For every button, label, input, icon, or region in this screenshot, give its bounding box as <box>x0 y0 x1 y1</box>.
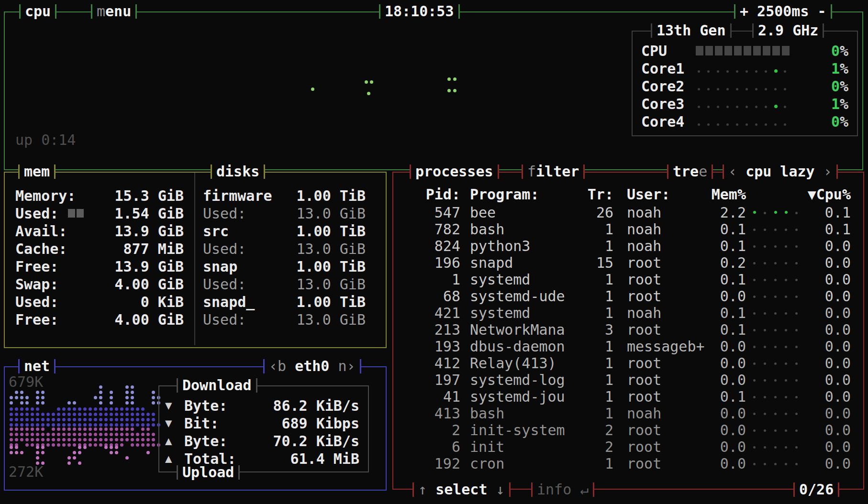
header-mem[interactable]: Mem% <box>707 186 746 203</box>
process-name: systemd-jou <box>470 388 582 405</box>
net-graph-dot <box>131 443 134 447</box>
process-row[interactable]: 547bee26noah2.20.1 <box>393 204 863 221</box>
process-mem-percent: 0.2 <box>707 254 746 271</box>
net-graph-dot <box>125 423 129 427</box>
process-row[interactable]: 193dbus-daemon1messageb+0.00.0 <box>393 338 863 355</box>
process-row[interactable]: 197systemd-log1root0.00.0 <box>393 372 863 388</box>
process-row[interactable]: 782bash1noah0.10.1 <box>393 221 863 238</box>
tree-button[interactable]: tree <box>667 164 713 180</box>
menu-button[interactable]: menu <box>91 3 137 20</box>
select-control[interactable]: ↑ select ↓ <box>412 482 511 498</box>
process-cpu-percent: 0.0 <box>812 321 851 338</box>
header-cpu[interactable]: ▼Cpu% <box>798 186 851 203</box>
sort-desc-icon: ▼ <box>808 186 816 203</box>
header-pid[interactable]: Pid: <box>400 186 460 203</box>
processes-box-title[interactable]: processes <box>410 164 499 180</box>
btop-terminal-screen: cpu menu 18:10:53 + 2500ms - up 0:14 13t… <box>0 0 868 504</box>
net-graph-dot <box>31 443 34 447</box>
net-graph-dot <box>57 438 60 441</box>
process-row[interactable]: 192cron1root0.00.0 <box>393 455 863 472</box>
process-row[interactable]: 6init2root0.00.0 <box>393 438 863 455</box>
cpu-freq-text: 2.9 GHz <box>754 22 823 39</box>
meter-block <box>734 46 742 55</box>
core-graph-dot <box>765 70 767 73</box>
process-row[interactable]: 2init-system2root0.00.0 <box>393 422 863 438</box>
info-button[interactable]: info ↵ <box>531 482 594 498</box>
mem-used-meter <box>68 209 84 218</box>
process-row[interactable]: 68systemd-ude1root0.00.0 <box>393 288 863 305</box>
cpu-graph-dot <box>447 77 451 81</box>
net-graph-dot <box>41 438 45 441</box>
net-interface-switcher[interactable]: ‹b eth0 n› <box>263 358 361 374</box>
cpu-graph-dot <box>370 80 373 84</box>
net-graph-dot <box>31 433 34 436</box>
header-user[interactable]: User: <box>627 186 708 203</box>
net-graph-dot <box>67 461 71 465</box>
process-pid: 824 <box>400 238 460 254</box>
net-graph-dot <box>20 418 23 421</box>
process-name: bee <box>470 204 582 221</box>
proc-graph-dot <box>753 329 756 331</box>
mem-disks-divider <box>194 173 195 345</box>
net-box-title[interactable]: net <box>18 358 56 374</box>
proc-graph-dot <box>753 279 756 281</box>
net-graph-dot <box>20 413 23 416</box>
process-row[interactable]: 1systemd1root0.10.0 <box>393 271 863 288</box>
header-threads[interactable]: Tr: <box>585 186 613 203</box>
border-tick <box>509 482 511 497</box>
processes-title-text: processes <box>411 164 498 180</box>
cpu-graph-dot <box>447 89 451 92</box>
sort-selector[interactable]: ‹ cpu lazy › <box>723 164 838 180</box>
net-graph-dot <box>136 438 139 441</box>
update-interval-control[interactable]: + 2500ms - <box>734 3 832 20</box>
meter-block <box>772 46 780 55</box>
net-graph-dot <box>10 407 13 411</box>
cpu-box-title[interactable]: cpu <box>19 3 56 20</box>
next-interface-icon: n› <box>329 358 355 374</box>
disks-box-title[interactable]: disks <box>211 164 265 180</box>
disk-used-label: Used: <box>203 205 246 222</box>
net-graph-dot <box>41 396 45 399</box>
net-graph-dot <box>15 418 18 421</box>
process-row[interactable]: 413bash1noah0.00.0 <box>393 405 863 422</box>
net-graph-dot <box>41 446 45 449</box>
interval-minus-icon: - <box>818 3 826 20</box>
mem-row: Memory:15.3 GiB <box>15 187 184 205</box>
net-graph-dot <box>146 443 150 447</box>
net-graph-dot <box>120 423 123 427</box>
proc-graph-dot <box>785 312 787 315</box>
process-cpu-percent: 0.0 <box>812 288 851 305</box>
core-label: Core3 <box>641 95 684 113</box>
mem-box-title[interactable]: mem <box>18 164 56 180</box>
net-detail-label: Bit: <box>184 415 219 432</box>
process-row[interactable]: 412Relay(413)1root0.00.0 <box>393 355 863 372</box>
mem-row: Free:4.00 GiB <box>15 311 184 329</box>
filter-button[interactable]: filter <box>522 164 585 180</box>
process-row[interactable]: 421systemd1noah0.10.0 <box>393 305 863 321</box>
core-usage-value: 0% <box>831 113 848 131</box>
net-graph-dot <box>125 427 129 431</box>
process-row[interactable]: 41systemd-jou1root0.10.0 <box>393 388 863 405</box>
process-row[interactable]: 213NetworkMana3root0.10.0 <box>393 321 863 338</box>
net-graph-dot <box>110 418 113 421</box>
net-graph-dot <box>136 413 139 416</box>
net-graph-dot <box>146 427 150 431</box>
process-threads: 2 <box>585 422 613 438</box>
process-row[interactable]: 196snapd15root0.20.0 <box>393 254 863 271</box>
info-label: info ↵ <box>533 482 593 498</box>
process-row[interactable]: 824python31noah0.10.0 <box>393 238 863 254</box>
header-program[interactable]: Program: <box>470 186 582 203</box>
net-graph-dot <box>152 391 155 394</box>
process-threads: 1 <box>585 388 613 405</box>
core-graph-dot <box>736 70 738 73</box>
net-graph-dot <box>94 396 97 399</box>
process-mem-percent: 0.0 <box>707 455 746 472</box>
net-graph-dot <box>62 433 66 436</box>
core-graph-dot <box>726 88 729 90</box>
proc-graph-dot <box>774 396 777 398</box>
border-tick <box>135 4 137 19</box>
net-graph-dot <box>83 407 87 411</box>
process-cpu-percent: 0.0 <box>812 422 851 438</box>
net-graph-dot <box>62 427 66 431</box>
select-down-icon: ↓ <box>488 481 505 498</box>
